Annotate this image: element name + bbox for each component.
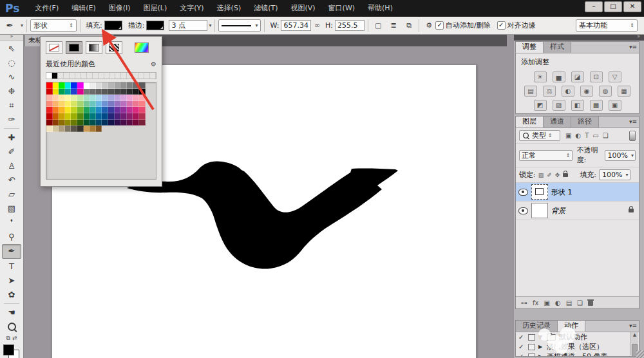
color-swatch[interactable] [127,82,133,89]
crop-tool[interactable]: ⌗ [3,99,21,112]
history-tab-历史记录[interactable]: 历史记录 [516,321,558,332]
fill-swatch[interactable] [104,21,122,30]
color-swatch[interactable] [133,113,139,120]
expand-right-icon[interactable]: ▶ [538,344,544,350]
recent-color-swatch[interactable] [115,73,121,79]
filter-adjustment-layers-icon[interactable]: ◐ [575,132,581,139]
stroke-style-select[interactable]: ▾ [218,19,261,32]
exposure-icon[interactable]: ⊡ [590,71,603,82]
layers-tab-图层[interactable]: 图层 [516,117,544,127]
layer-style-icon[interactable]: fx [533,299,538,306]
color-swatch[interactable] [133,82,139,89]
hue-saturation-icon[interactable]: ▤ [524,86,537,97]
invert-icon[interactable]: ◩ [534,100,547,111]
color-swatch[interactable] [46,89,53,95]
color-swatch[interactable] [127,107,133,113]
recent-color-swatch[interactable] [150,73,156,79]
color-swatch[interactable] [120,113,127,120]
color-swatch[interactable] [90,82,96,89]
modal-control-box[interactable] [528,353,535,357]
fill-field[interactable]: 100% ▾ [599,169,630,180]
color-swatch[interactable] [53,120,59,126]
opacity-field[interactable]: 100% ▾ [605,150,636,161]
recent-color-swatch[interactable] [144,73,150,79]
color-swatch[interactable] [77,82,84,89]
color-swatch[interactable] [71,82,77,89]
checkmark-icon[interactable]: ✓ [518,334,525,341]
color-swatch[interactable] [84,107,90,113]
stroke-width-field[interactable]: 3 点 [169,20,207,31]
color-swatch[interactable] [84,126,90,132]
recent-color-swatch[interactable] [70,73,75,79]
color-swatch[interactable] [139,107,146,113]
color-swatch[interactable] [59,126,65,132]
color-swatch[interactable] [96,101,102,108]
tool-mode-select[interactable]: 形状 ⇕ [30,19,77,32]
shape-width-field[interactable]: 657.34 [281,20,311,31]
color-swatch[interactable] [71,107,77,113]
menu-item-选择(S)[interactable]: 选择(S) [211,0,248,17]
recent-color-swatch[interactable] [109,73,115,79]
history-tab-动作[interactable]: 动作 [558,321,585,332]
curves-icon[interactable]: ◪ [571,71,584,82]
color-swatch[interactable] [46,82,53,89]
color-swatch[interactable] [71,101,77,108]
lasso-tool[interactable]: ∿ [3,70,21,84]
black-white-icon[interactable]: ◐ [562,86,574,97]
color-swatch[interactable] [90,107,96,113]
history-brush-tool[interactable]: ↶ [3,173,21,187]
color-swatch[interactable] [84,82,90,89]
color-swatch[interactable] [46,113,53,120]
color-swatch[interactable] [71,89,77,95]
color-swatch[interactable] [90,95,96,101]
color-swatch[interactable] [77,107,84,113]
color-swatch[interactable] [65,89,71,95]
color-swatch[interactable] [77,95,84,101]
layer-row-背景[interactable]: 背景 [516,202,639,220]
lock-transparent-icon[interactable]: ▨ [538,172,544,178]
healing-brush-tool[interactable]: ✚ [3,131,21,144]
recent-color-swatch[interactable] [99,73,104,79]
link-dimensions-icon[interactable]: ∞ [314,21,320,30]
recent-color-swatch[interactable] [127,73,133,79]
stroke-swatch[interactable] [146,21,164,30]
color-swatch[interactable] [120,120,127,126]
color-swatch[interactable] [71,95,77,101]
menu-item-视图(V)[interactable]: 视图(V) [285,0,322,17]
color-swatch[interactable] [115,113,121,120]
color-swatch[interactable] [77,89,84,95]
expand-right-icon[interactable]: ▶ [538,353,544,357]
clone-stamp-tool[interactable]: ♙ [3,159,21,173]
recent-color-swatch[interactable] [58,73,64,79]
color-swatch[interactable] [90,101,96,108]
color-swatch[interactable] [96,107,102,113]
lock-position-icon[interactable]: ✥ [555,172,560,178]
color-swatch[interactable] [120,101,127,108]
color-swatch[interactable] [133,107,139,113]
color-swatch[interactable] [65,101,71,108]
color-swatch[interactable] [71,120,77,126]
menu-item-编辑(E)[interactable]: 编辑(E) [65,0,102,17]
marquee-tool[interactable]: ◌ [3,56,21,70]
color-swatch[interactable] [108,82,115,89]
color-swatch[interactable] [84,113,90,120]
color-swatch[interactable] [53,89,59,95]
solid-color-button[interactable] [66,41,82,54]
levels-icon[interactable]: ▅ [553,71,565,82]
filter-smart-objects-icon[interactable]: ❏ [603,132,609,139]
color-swatch[interactable] [84,101,90,108]
action-row[interactable]: ✓▼默认动作 [516,332,639,342]
color-swatch[interactable] [53,82,59,89]
gradient-tool[interactable]: ▧ [3,202,21,215]
color-swatch[interactable] [120,82,127,89]
color-swatch[interactable] [59,89,65,95]
color-swatch[interactable] [133,101,139,108]
zoom-tool[interactable] [3,320,21,334]
path-operations-icon[interactable]: ▢ [372,20,384,32]
color-swatch[interactable] [59,82,65,89]
color-swatch[interactable] [71,126,77,132]
recent-color-swatch[interactable] [138,73,144,79]
color-swatch[interactable] [90,120,96,126]
no-color-button[interactable] [46,41,62,54]
color-swatch[interactable] [108,101,115,108]
